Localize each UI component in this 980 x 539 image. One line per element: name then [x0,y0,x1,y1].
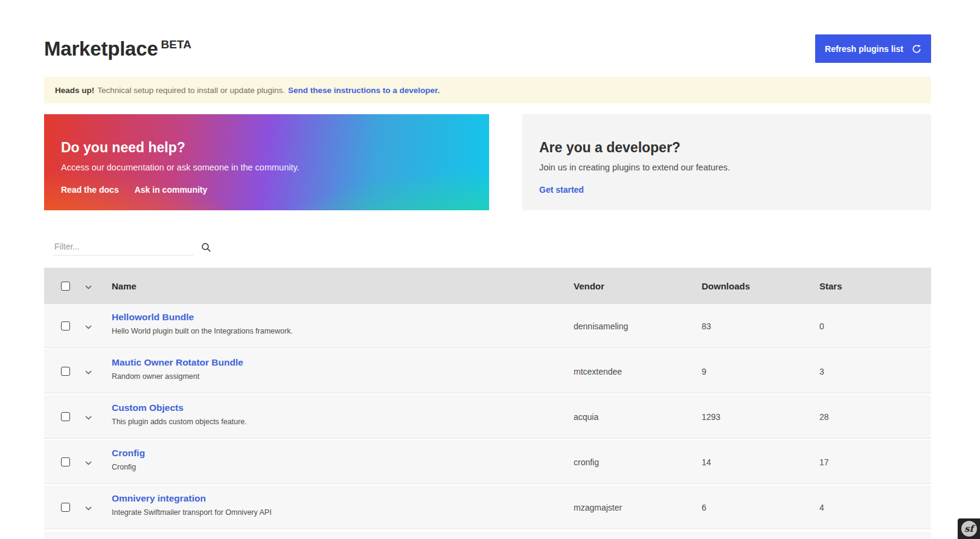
chevron-down-icon[interactable] [85,370,92,375]
ask-in-community-link[interactable]: Ask in community [135,185,208,195]
table-row: Omnivery integration Integrate Swiftmail… [44,485,931,531]
plugin-name-link[interactable]: Mautic Owner Rotator Bundle [112,357,243,368]
plugin-description: Cronfig [112,463,574,471]
plugin-name-link[interactable]: Cronfig [112,448,145,459]
column-header-stars: Stars [819,281,931,291]
downloads-cell: 6 [702,503,819,512]
marketplace-page: MarketplaceBETA Refresh plugins list Hea… [44,34,931,539]
vendor-cell: dennisameling [574,321,702,331]
vendor-cell: mzagmajster [574,503,702,512]
table-body: Helloworld Bundle Hello World plugin bui… [44,304,931,531]
symfony-profiler-toggle[interactable]: sf [958,518,980,539]
row-checkbox[interactable] [61,412,70,421]
filter-row [44,239,931,256]
info-cards: Do you need help? Access our documentati… [44,114,931,210]
row-chevron-cell [82,502,112,513]
page-title: MarketplaceBETA [44,37,191,60]
table-row: Cronfig Cronfig cronfig 14 17 [44,440,931,485]
row-checkbox-cell [44,367,82,376]
send-instructions-link[interactable]: Send these instructions to a developer. [288,86,440,95]
page-title-text: Marketplace [44,37,158,60]
plugin-description: Random owner assigment [112,372,574,381]
row-checkbox[interactable] [61,503,70,512]
downloads-cell: 9 [702,367,819,376]
plugin-name-cell: Helloworld Bundle Hello World plugin bui… [112,304,574,335]
read-the-docs-link[interactable]: Read the docs [61,185,119,195]
stars-cell: 0 [819,321,931,331]
developer-card-description: Join us in creating plugins to extend ou… [539,163,914,172]
stars-cell: 17 [819,457,931,467]
chevron-down-icon[interactable] [85,461,92,465]
get-started-link[interactable]: Get started [539,185,584,195]
plugin-description: This plugin adds custom objects feature. [112,418,574,426]
plugin-name-link[interactable]: Helloworld Bundle [112,312,194,323]
table-header: Name Vendor Downloads Stars [44,268,931,304]
plugin-name-cell: Cronfig Cronfig [112,440,574,471]
stars-cell: 4 [819,503,931,512]
alert-bold: Heads up! [55,86,94,95]
column-header-vendor: Vendor [574,281,702,291]
plugin-description: Hello World plugin built on the Integrat… [112,327,574,335]
help-card: Do you need help? Access our documentati… [44,114,489,210]
plugins-table: Name Vendor Downloads Stars Helloworld B… [44,268,931,539]
row-checkbox-cell [44,503,82,512]
column-header-downloads: Downloads [702,281,819,291]
row-checkbox[interactable] [61,367,70,376]
vendor-cell: cronfig [574,457,702,467]
chevron-down-icon[interactable] [85,506,92,511]
beta-badge: BETA [161,38,191,51]
stars-cell: 28 [819,412,931,422]
filter-input[interactable] [53,239,194,256]
developer-card: Are you a developer? Join us in creating… [522,114,931,210]
downloads-cell: 83 [702,321,819,331]
downloads-cell: 14 [702,457,819,467]
developer-card-title: Are you a developer? [539,140,914,156]
vendor-cell: mtcextendee [574,367,702,376]
row-chevron-cell [82,412,112,422]
stars-cell: 3 [819,367,931,376]
refresh-plugins-label: Refresh plugins list [825,44,903,54]
select-all-checkbox[interactable] [61,282,70,291]
plugin-name-cell: Omnivery integration Integrate Swiftmail… [112,485,574,517]
help-card-links: Read the docs Ask in community [61,185,472,195]
refresh-plugins-button[interactable]: Refresh plugins list [815,34,931,63]
plugin-name-cell: Custom Objects This plugin adds custom o… [112,395,574,426]
header-checkbox-cell [44,282,82,291]
refresh-icon [912,44,921,54]
row-checkbox-cell [44,457,82,466]
chevron-down-icon[interactable] [85,325,92,329]
table-row: Helloworld Bundle Hello World plugin bui… [44,304,931,349]
row-chevron-cell [82,366,112,377]
table-row: Mautic Owner Rotator Bundle Random owner… [44,349,931,395]
row-chevron-cell [82,457,112,468]
downloads-cell: 1293 [702,412,819,422]
heads-up-alert: Heads up!Technical setup required to ins… [44,77,931,103]
plugin-description: Integrate Swiftmailer transport for Omni… [112,508,574,517]
column-header-name: Name [112,281,574,291]
alert-text: Heads up!Technical setup required to ins… [55,86,440,95]
row-checkbox[interactable] [61,321,70,331]
header-chevron-cell [82,281,112,291]
help-card-title: Do you need help? [61,140,472,156]
row-checkbox-cell [44,321,82,331]
row-checkbox-cell [44,412,82,421]
developer-card-links: Get started [539,185,914,195]
chevron-down-icon[interactable] [85,416,92,420]
plugin-name-cell: Mautic Owner Rotator Bundle Random owner… [112,349,574,381]
search-icon[interactable] [201,242,211,253]
table-row-partial [44,531,931,539]
plugin-name-link[interactable]: Custom Objects [112,402,184,413]
table-row: Custom Objects This plugin adds custom o… [44,395,931,440]
plugin-name-link[interactable]: Omnivery integration [112,493,206,504]
topbar: MarketplaceBETA Refresh plugins list [44,34,931,63]
symfony-logo-icon: sf [961,521,977,537]
row-checkbox[interactable] [61,457,70,466]
alert-body: Technical setup required to install or u… [97,86,285,95]
help-card-description: Access our documentation or ask someone … [61,163,472,172]
row-chevron-cell [82,321,112,332]
chevron-down-icon[interactable] [85,285,92,289]
vendor-cell: acquia [574,412,702,422]
